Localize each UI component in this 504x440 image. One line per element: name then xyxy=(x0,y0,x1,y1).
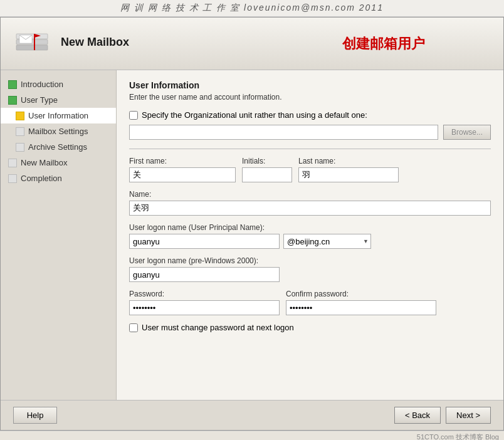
first-name-label: First name: xyxy=(129,157,236,165)
initials-input[interactable] xyxy=(242,167,292,182)
dialog-footer: Help < Back Next > xyxy=(1,400,503,430)
sidebar-label-archive-settings: Archive Settings xyxy=(28,142,87,152)
logon-name-input[interactable] xyxy=(129,234,280,249)
sidebar-label-user-type: User Type xyxy=(21,95,58,105)
confirm-password-label: Confirm password: xyxy=(286,290,436,298)
change-password-label: User must change password at next logon xyxy=(142,323,294,332)
name-fields-row: First name: Initials: Last name: xyxy=(129,157,491,182)
header-title: New Mailbox xyxy=(61,36,276,49)
logon-name-group: User logon name (User Principal Name): @… xyxy=(129,223,491,249)
sidebar-label-new-mailbox: New Mailbox xyxy=(21,158,67,167)
name-label: Name: xyxy=(129,190,491,199)
dialog-container: New Mailbox 创建邮箱用户 Introduction User Typ… xyxy=(0,17,504,431)
sidebar-item-completion[interactable]: Completion xyxy=(1,170,116,186)
sidebar-label-introduction: Introduction xyxy=(21,80,63,89)
initials-col: Initials: xyxy=(242,157,292,182)
bullet-green-icon xyxy=(8,96,17,105)
pre2000-label: User logon name (pre-Windows 2000): xyxy=(129,256,491,265)
dialog-header: New Mailbox 创建邮箱用户 xyxy=(1,18,503,70)
sidebar-item-introduction[interactable]: Introduction xyxy=(1,76,116,92)
ou-checkbox[interactable] xyxy=(129,111,138,120)
sidebar-label-mailbox-settings: Mailbox Settings xyxy=(28,127,88,136)
password-row: Password: Confirm password: xyxy=(129,290,491,315)
password-input[interactable] xyxy=(129,300,280,315)
change-password-row: User must change password at next logon xyxy=(129,323,491,332)
logon-name-label: User logon name (User Principal Name): xyxy=(129,223,491,232)
confirm-password-input[interactable] xyxy=(286,300,436,315)
header-subtitle: 创建邮箱用户 xyxy=(276,34,491,53)
sidebar-item-new-mailbox[interactable]: New Mailbox xyxy=(1,155,116,170)
sidebar-item-mailbox-settings[interactable]: Mailbox Settings xyxy=(1,123,116,139)
help-button[interactable]: Help xyxy=(13,407,57,424)
top-watermark: 网 训 网 络 技 术 工 作 室 loveunicom@msn.com 201… xyxy=(0,0,504,17)
bullet-gray-icon xyxy=(8,174,17,183)
bullet-yellow-icon xyxy=(16,112,24,120)
initials-label: Initials: xyxy=(242,157,292,165)
bullet-gray-icon xyxy=(8,159,17,167)
sidebar-item-archive-settings[interactable]: Archive Settings xyxy=(1,139,116,155)
sidebar: Introduction User Type User Information … xyxy=(1,70,117,400)
mailbox-icon xyxy=(13,26,51,61)
password-col: Password: xyxy=(129,290,280,315)
back-button[interactable]: < Back xyxy=(394,407,441,424)
footer-right-buttons: < Back Next > xyxy=(394,407,491,424)
first-name-col: First name: xyxy=(129,157,236,182)
content-area: User Information Enter the user name and… xyxy=(117,70,503,400)
ou-checkbox-label: Specify the Organizational unit rather t… xyxy=(142,110,367,120)
domain-select-wrapper: @beijing.cn xyxy=(283,234,371,249)
ou-row: Browse... xyxy=(129,125,491,140)
svg-rect-0 xyxy=(16,45,48,50)
domain-select[interactable]: @beijing.cn xyxy=(283,234,371,249)
change-password-checkbox[interactable] xyxy=(129,323,138,332)
bullet-green-icon xyxy=(8,80,17,89)
last-name-input[interactable] xyxy=(298,167,399,182)
name-input[interactable] xyxy=(129,201,491,216)
sidebar-item-user-type[interactable]: User Type xyxy=(1,92,116,108)
sidebar-label-completion: Completion xyxy=(21,174,62,183)
section-title: User Information xyxy=(129,80,491,90)
pre2000-input[interactable] xyxy=(129,267,280,282)
bullet-gray-icon xyxy=(16,143,24,152)
password-label: Password: xyxy=(129,290,280,298)
dialog-body: Introduction User Type User Information … xyxy=(1,70,503,400)
ou-checkbox-row: Specify the Organizational unit rather t… xyxy=(129,110,491,120)
sidebar-label-user-information: User Information xyxy=(28,111,88,120)
logon-name-row: @beijing.cn xyxy=(129,234,491,249)
pre2000-group: User logon name (pre-Windows 2000): xyxy=(129,256,491,282)
last-name-col: Last name: xyxy=(298,157,399,182)
header-text-block: New Mailbox xyxy=(61,36,276,51)
section-desc: Enter the user name and account informat… xyxy=(129,93,491,102)
first-name-input[interactable] xyxy=(129,167,236,182)
next-button[interactable]: Next > xyxy=(446,407,491,424)
ou-input[interactable] xyxy=(129,125,438,140)
confirm-password-col: Confirm password: xyxy=(286,290,436,315)
name-group: Name: xyxy=(129,190,491,216)
last-name-label: Last name: xyxy=(298,157,399,165)
bottom-watermark: 51CTO.com 技术博客 Blog xyxy=(0,431,504,440)
bullet-gray-icon xyxy=(16,127,24,136)
browse-button[interactable]: Browse... xyxy=(443,125,491,140)
sidebar-item-user-information[interactable]: User Information xyxy=(1,108,116,123)
divider xyxy=(129,149,491,149)
